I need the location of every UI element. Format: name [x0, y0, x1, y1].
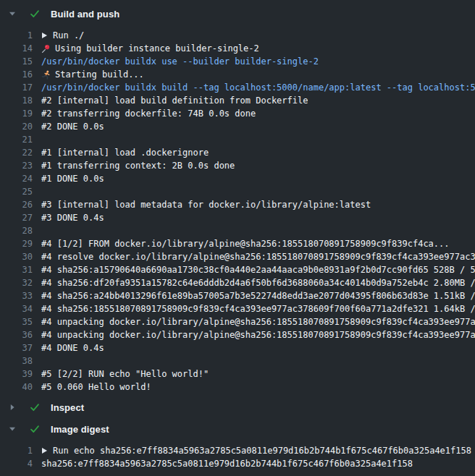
line-number[interactable]: 31 — [0, 263, 33, 276]
line-number[interactable]: 25 — [0, 185, 33, 198]
log-text-cell: #1 transferring context: 2B 0.0s done — [41, 159, 235, 172]
log-text-cell: #1 DONE 0.0s — [41, 172, 104, 185]
log-text-cell: #4 [1/2] FROM docker.io/library/alpine@s… — [41, 237, 450, 250]
line-number[interactable]: 16 — [0, 68, 33, 81]
line-number[interactable]: 37 — [0, 341, 33, 354]
line-number[interactable]: 32 — [0, 276, 33, 289]
log-line: 22#1 [internal] load .dockerignore — [0, 146, 475, 159]
runner-icon — [41, 70, 51, 80]
log-line: 19#2 transferring dockerfile: 74B 0.0s d… — [0, 107, 475, 120]
log-line: 16Starting build... — [0, 68, 475, 81]
log-line: 32#4 sha256:df20fa9351a15782c64e6dddb2d4… — [0, 276, 475, 289]
log-text: #1 transferring context: 2B 0.0s done — [41, 159, 235, 172]
line-number[interactable]: 34 — [0, 302, 33, 315]
chevron-right-icon — [7, 404, 17, 411]
log-line: 31#4 sha256:a15790640a6690aa1730c38cf0a4… — [0, 263, 475, 276]
log-text-cell: /usr/bin/docker buildx build --tag local… — [41, 81, 475, 94]
log-text: #4 sha256:a15790640a6690aa1730c38cf0a440… — [41, 263, 475, 276]
line-number[interactable]: 30 — [0, 250, 33, 263]
check-success-icon — [29, 423, 41, 435]
log-text: #2 [internal] load build definition from… — [41, 94, 308, 107]
log-text: #4 DONE 0.4s — [41, 341, 104, 354]
step-header-build-and-push[interactable]: Build and push — [0, 3, 475, 25]
line-number[interactable]: 26 — [0, 198, 33, 211]
step-title: Image digest — [51, 424, 109, 435]
line-number[interactable]: 21 — [0, 133, 33, 146]
log-text: Using builder instance builder-single-2 — [55, 42, 259, 55]
pushpin-icon — [41, 44, 51, 54]
log-text: Run ./ — [53, 29, 84, 42]
line-number[interactable]: 38 — [0, 354, 33, 367]
log-line: 17/usr/bin/docker buildx build --tag loc… — [0, 81, 475, 94]
log-text-cell: #5 0.060 Hello world! — [41, 381, 151, 394]
step-header-inspect[interactable]: Inspect — [0, 396, 475, 418]
log-line: 26#3 [internal] load metadata for docker… — [0, 198, 475, 211]
log-text: #4 sha256:df20fa9351a15782c64e6dddb2d4a6… — [41, 276, 475, 289]
log-line: 1Run echo sha256:e7ff8834a5963a2785c5a08… — [0, 444, 475, 457]
log-text-cell: #3 [internal] load metadata for docker.i… — [41, 198, 371, 211]
log-line: 27#3 DONE 0.4s — [0, 211, 475, 224]
line-number[interactable]: 27 — [0, 211, 33, 224]
line-number[interactable]: 19 — [0, 107, 33, 120]
line-number[interactable]: 29 — [0, 237, 33, 250]
log-line: 18#2 [internal] load build definition fr… — [0, 94, 475, 107]
log-line: 35#4 unpacking docker.io/library/alpine@… — [0, 315, 475, 328]
check-success-icon — [29, 401, 41, 413]
log-text-cell: #3 DONE 0.4s — [41, 211, 104, 224]
log-line: 15/usr/bin/docker buildx use --builder b… — [0, 55, 475, 68]
log-text-cell: #4 DONE 0.4s — [41, 341, 104, 354]
log-line: 28 — [0, 224, 475, 237]
line-number[interactable]: 22 — [0, 146, 33, 159]
step-title: Inspect — [51, 402, 84, 413]
line-number[interactable]: 1 — [0, 444, 33, 457]
log-line: 34#4 sha256:185518070891758909c9f839cf4c… — [0, 302, 475, 315]
log-text-cell: Run ./ — [41, 29, 84, 42]
log-text-cell: #4 unpacking docker.io/library/alpine@sh… — [41, 315, 475, 328]
log-text: Starting build... — [55, 68, 144, 81]
line-number[interactable]: 4 — [0, 457, 33, 470]
log-text: #4 unpacking docker.io/library/alpine@sh… — [41, 315, 475, 328]
log-text: #1 DONE 0.0s — [41, 172, 104, 185]
log-text: #2 DONE 0.0s — [41, 120, 104, 133]
log-text-cell: #5 [2/2] RUN echo "Hello world!" — [41, 367, 209, 381]
line-number[interactable]: 36 — [0, 328, 33, 341]
log-text-cell: sha256:e7ff8834a5963a2785c5a0811e979d16b… — [41, 457, 413, 470]
step-header-image-digest[interactable]: Image digest — [0, 418, 475, 440]
log-text: #4 sha256:a24bb4013296f61e89ba57005a7b3e… — [41, 289, 475, 302]
expand-group-icon[interactable] — [41, 32, 48, 39]
log-text: #5 0.060 Hello world! — [41, 381, 151, 394]
log-text: #3 DONE 0.4s — [41, 211, 104, 224]
line-number[interactable]: 14 — [0, 42, 33, 55]
log-text-cell: #4 unpacking docker.io/library/alpine@sh… — [41, 328, 475, 341]
log-text: #5 [2/2] RUN echo "Hello world!" — [41, 367, 209, 381]
log-line: 37#4 DONE 0.4s — [0, 341, 475, 354]
expand-group-icon[interactable] — [41, 447, 48, 454]
log-text-cell: #2 DONE 0.0s — [41, 120, 104, 133]
log-line: 33#4 sha256:a24bb4013296f61e89ba57005a7b… — [0, 289, 475, 302]
log-text-cell: #1 [internal] load .dockerignore — [41, 146, 209, 159]
log-line: 36#4 unpacking docker.io/library/alpine@… — [0, 328, 475, 341]
line-number[interactable]: 24 — [0, 172, 33, 185]
check-success-icon — [29, 8, 41, 20]
line-number[interactable]: 17 — [0, 81, 33, 94]
line-number[interactable]: 15 — [0, 55, 33, 68]
line-number[interactable]: 28 — [0, 224, 33, 237]
line-number[interactable]: 23 — [0, 159, 33, 172]
log-line: 23#1 transferring context: 2B 0.0s done — [0, 159, 475, 172]
log-line: 30#4 resolve docker.io/library/alpine@sh… — [0, 250, 475, 263]
log-text: /usr/bin/docker buildx use --builder bui… — [41, 55, 319, 68]
log-text-cell: #2 [internal] load build definition from… — [41, 94, 308, 107]
log-text: #4 resolve docker.io/library/alpine@sha2… — [41, 250, 475, 263]
line-number[interactable]: 20 — [0, 120, 33, 133]
line-number[interactable]: 40 — [0, 381, 33, 394]
step-log-build-and-push: 1Run ./14Using builder instance builder-… — [0, 25, 475, 396]
line-number[interactable]: 33 — [0, 289, 33, 302]
log-text: #4 [1/2] FROM docker.io/library/alpine@s… — [41, 237, 450, 250]
log-text: #4 unpacking docker.io/library/alpine@sh… — [41, 328, 475, 341]
log-text-cell: Run echo sha256:e7ff8834a5963a2785c5a081… — [41, 444, 471, 457]
line-number[interactable]: 35 — [0, 315, 33, 328]
log-line: 1Run ./ — [0, 29, 475, 42]
line-number[interactable]: 18 — [0, 94, 33, 107]
line-number[interactable]: 39 — [0, 367, 33, 381]
line-number[interactable]: 1 — [0, 29, 33, 42]
